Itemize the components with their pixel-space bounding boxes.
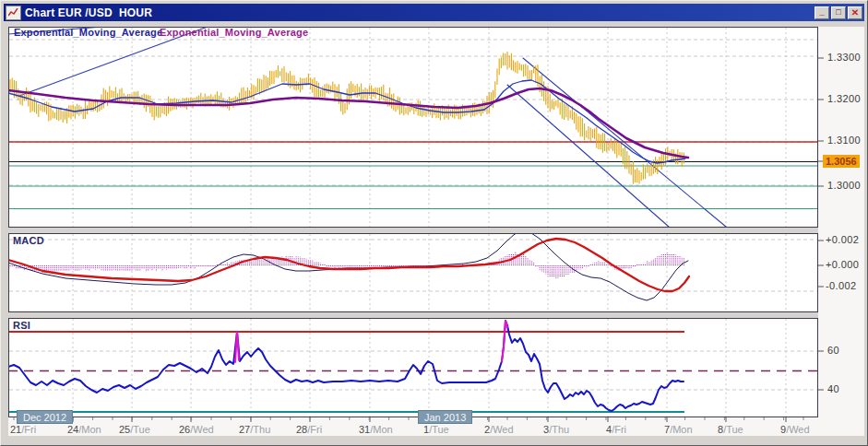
date-label: 25/Tue: [119, 424, 150, 435]
chart-window: Chart EUR /USD HOUR _ □ ✕ Exponential_Mo…: [0, 0, 868, 446]
price-tick-label: 1.3300: [827, 52, 861, 63]
date-label: 4/Fri: [606, 424, 626, 435]
price-tick-label: 1.3200: [827, 93, 861, 104]
rsi-chart-canvas[interactable]: [8, 318, 818, 417]
macd-label: MACD: [13, 235, 44, 246]
date-label: 9/Wed: [780, 424, 810, 435]
date-label: 2/Wed: [484, 424, 514, 435]
macd-tick-label: -0.002: [826, 280, 857, 291]
price-chart-canvas[interactable]: [8, 27, 818, 228]
window-title: Chart EUR /USD HOUR: [25, 6, 152, 19]
date-label: 26/Wed: [179, 424, 214, 435]
date-label: 3/Thu: [543, 424, 569, 435]
window-titlebar[interactable]: Chart EUR /USD HOUR _ □ ✕: [4, 4, 864, 21]
maximize-button[interactable]: □: [831, 6, 846, 19]
minimize-button[interactable]: _: [814, 6, 829, 19]
date-label: 31/Mon: [359, 424, 393, 435]
price-tick-label: 1.3000: [827, 180, 861, 191]
date-label: 1/Tue: [423, 424, 449, 435]
close-button[interactable]: ✕: [848, 6, 862, 19]
date-label: 28/Fri: [296, 424, 322, 435]
ema2-label: Exponential_Moving_Average: [160, 27, 308, 38]
month-tag: Jan 2013: [418, 410, 472, 424]
month-tag: Dec 2012: [17, 410, 73, 424]
macd-chart-canvas[interactable]: [8, 233, 818, 312]
date-label: 24/Mon: [67, 424, 101, 435]
macd-tick-label: +0.002: [826, 234, 859, 245]
date-label: 21/Fri: [10, 424, 36, 435]
date-label: 7/Mon: [664, 424, 693, 435]
rsi-tick-label: 60: [827, 345, 839, 356]
rsi-label: RSI: [13, 320, 30, 331]
macd-tick-label: +0.000: [826, 259, 859, 270]
window-controls: _ □ ✕: [814, 6, 862, 19]
ema1-label: Exponential_Moving_Average: [14, 27, 162, 38]
current-price-badge: 1.3056: [823, 155, 860, 168]
date-label: 27/Thu: [239, 424, 270, 435]
rsi-tick-label: 40: [827, 383, 839, 394]
price-axis-ticks: [818, 27, 827, 436]
chart-app-icon: [6, 6, 21, 20]
date-label: 8/Tue: [718, 424, 743, 435]
price-tick-label: 1.3100: [827, 135, 861, 146]
